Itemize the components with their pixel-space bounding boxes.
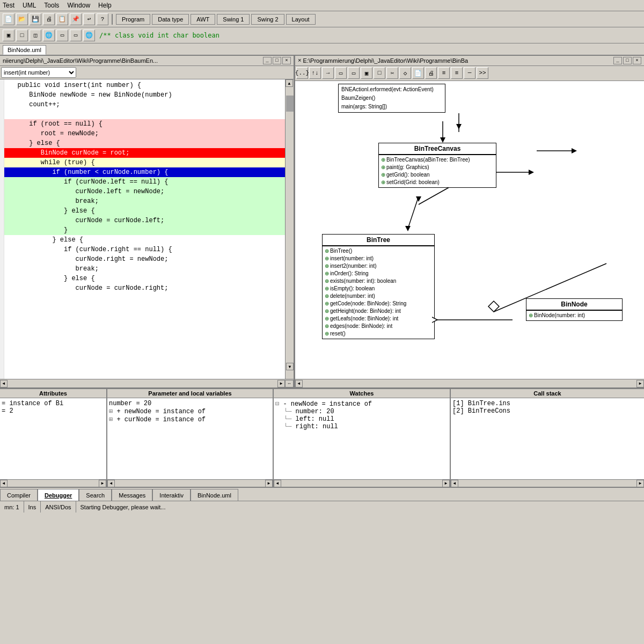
paste-icon[interactable]: 📌 xyxy=(70,13,82,25)
uml-tb7[interactable]: □ xyxy=(374,67,385,79)
toolbar2-btn3[interactable]: ◫ xyxy=(30,30,41,41)
uml-top-method-2: BaumZeigen() xyxy=(341,94,442,103)
uml-tb12[interactable]: ≡ xyxy=(438,67,450,79)
bt-m9: getLeafs(node: BinNode): int xyxy=(330,315,398,323)
menu-uml[interactable]: UML xyxy=(23,2,36,9)
tab-compiler[interactable]: Compiler xyxy=(0,489,38,501)
uml-tb6[interactable]: ▣ xyxy=(361,67,372,79)
bt-m10: edges(node: BinNode): int xyxy=(330,323,392,330)
code-line: public void insert(int number) { xyxy=(4,80,285,90)
minimize-btn[interactable]: _ xyxy=(263,57,272,64)
uml-min-btn[interactable]: _ xyxy=(613,57,622,64)
uml-tb11[interactable]: 🖨 xyxy=(425,67,437,79)
tab-datatype[interactable]: Data type xyxy=(152,14,189,25)
comment-text: /** class void int char boolean xyxy=(99,32,219,39)
tab-swing1[interactable]: Swing 1 xyxy=(217,14,250,25)
uml-hscroll[interactable]: ◄ ► xyxy=(295,379,644,387)
uml-tb4[interactable]: ▭ xyxy=(335,67,347,79)
btc-m3: setGrid(Grid: boolean) xyxy=(386,179,440,186)
menu-help[interactable]: Help xyxy=(98,2,112,9)
tab-interaktiv[interactable]: Interaktiv xyxy=(152,489,191,501)
uml-tb2[interactable]: ↑↓ xyxy=(309,67,321,79)
tab-debugger[interactable]: Debugger xyxy=(38,489,79,501)
print-icon[interactable]: 🖨 xyxy=(43,13,55,25)
menu-window[interactable]: Window xyxy=(67,2,90,9)
code-hscroll[interactable]: ◄ ► ↔ xyxy=(0,379,294,387)
callstack-scroll[interactable]: ◄ ► xyxy=(451,479,644,487)
filetab-binnode[interactable]: BinNode.uml xyxy=(3,45,46,55)
menu-test[interactable]: Test xyxy=(3,2,14,9)
bt-m11: reset() xyxy=(330,330,346,338)
tab-layout[interactable]: Layout xyxy=(286,14,316,25)
bottom-area: Attributes = instance of Bi = 2 ◄ ► Para… xyxy=(0,387,644,487)
tab-binnode-uml[interactable]: BinNode.uml xyxy=(191,489,238,501)
params-scroll[interactable]: ◄ ► xyxy=(107,479,273,487)
uml-tb15[interactable]: >> xyxy=(477,67,488,79)
toolbar2-btn1[interactable]: ▣ xyxy=(3,30,14,41)
menu-tools[interactable]: Tools xyxy=(44,2,59,9)
code-line: } else { xyxy=(4,138,285,148)
callstack-content: [1] BinTree.ins [2] BinTreeCons xyxy=(451,398,644,479)
tab-program[interactable]: Program xyxy=(116,14,150,25)
code-line: } xyxy=(4,225,285,235)
save-icon[interactable]: 💾 xyxy=(30,13,41,25)
maximize-btn[interactable]: □ xyxy=(273,57,281,64)
help-icon[interactable]: ? xyxy=(97,13,108,25)
uml-max-btn[interactable]: □ xyxy=(623,57,632,64)
code-line: root = newNode; xyxy=(4,129,285,138)
undo-icon[interactable]: ↩ xyxy=(83,13,95,25)
uml-close-btn[interactable]: × xyxy=(633,57,641,64)
toolbar2-btn4[interactable]: 🌐 xyxy=(43,30,55,41)
uml-box-bintree[interactable]: BinTree ⊕BinTree() ⊕insert(number: int) … xyxy=(322,234,435,339)
line-gutter xyxy=(0,79,4,379)
code-line: BinNode curNode = root; xyxy=(4,148,285,158)
code-line: } else { xyxy=(4,206,285,216)
watch-collapse[interactable]: ⊟ xyxy=(275,400,283,408)
close-btn[interactable]: × xyxy=(282,57,291,64)
param-expand2[interactable]: ⊞ xyxy=(109,416,116,423)
toolbar2-btn6[interactable]: ▭ xyxy=(70,30,82,41)
copy-icon[interactable]: 📋 xyxy=(56,13,68,25)
tab-awt[interactable]: AWT xyxy=(191,14,215,25)
attributes-content: = instance of Bi = 2 xyxy=(0,398,106,479)
bintree-methods: ⊕BinTree() ⊕insert(number: int) ⊕insert2… xyxy=(323,246,434,339)
uml-tb8[interactable]: ✂ xyxy=(386,67,398,79)
tab-search[interactable]: Search xyxy=(79,489,112,501)
attr-line0: = instance of Bi xyxy=(2,400,105,407)
uml-tb5[interactable]: ▭ xyxy=(348,67,360,79)
uml-close-x[interactable]: × xyxy=(298,57,302,64)
uml-tb3[interactable]: → xyxy=(322,67,334,79)
code-lines[interactable]: public void insert(int number) { BinNode… xyxy=(4,79,285,379)
code-line: curNode = curNode.left; xyxy=(4,216,285,225)
toolbar2-btn2[interactable]: □ xyxy=(16,30,28,41)
watch-line0: ⊟ - newNode = instance of xyxy=(275,400,448,408)
uml-tb13[interactable]: ≡ xyxy=(451,67,463,79)
uml-box-bintreecanvas[interactable]: BinTreeCanvas ⊕BinTreeCanvas(aBinTree: B… xyxy=(378,143,496,188)
scrollbar-vertical[interactable]: ▲ ▼ xyxy=(285,79,294,379)
uml-tb10[interactable]: 📄 xyxy=(412,67,424,79)
arrow-canvas-to-tree xyxy=(402,196,429,237)
uml-box-binnode[interactable]: BinNode ⊕BinNode(number: int) xyxy=(526,298,623,321)
param-expand1[interactable]: ⊞ xyxy=(109,408,116,415)
uml-tb14[interactable]: ─ xyxy=(464,67,475,79)
toolbar2-btn5[interactable]: ▭ xyxy=(56,30,68,41)
new-icon[interactable]: 📄 xyxy=(3,13,14,25)
code-line: curNode = curNode.right; xyxy=(4,283,285,293)
code-line: break; xyxy=(4,264,285,274)
menubar: Test UML Tools Window Help xyxy=(0,0,644,11)
uml-content[interactable]: BNEActionl.erformed(evt: ActionEvent) Ba… xyxy=(295,81,644,379)
code-line: BinNode newNode = new BinNode(number) xyxy=(4,90,285,100)
tab-swing2[interactable]: Swing 2 xyxy=(251,14,284,25)
attributes-scroll[interactable]: ◄ ► xyxy=(0,479,106,487)
watch-line1: └─ number: 20 xyxy=(275,408,448,415)
toolbar2-btn7[interactable]: 🌐 xyxy=(83,30,95,41)
open-icon[interactable]: 📂 xyxy=(16,13,28,25)
uml-tb9[interactable]: ◇ xyxy=(399,67,411,79)
toolbar2: ▣ □ ◫ 🌐 ▭ ▭ 🌐 /** class void int char bo… xyxy=(0,27,644,43)
callstack-title: Call stack xyxy=(451,389,644,398)
tab-messages[interactable]: Messages xyxy=(112,489,152,501)
watches-scroll[interactable]: ◄ ► xyxy=(274,479,450,487)
method-dropdown[interactable]: insert(int number) xyxy=(1,67,76,78)
uml-tb1[interactable]: {..} xyxy=(296,67,308,79)
toolbar1: 📄 📂 💾 🖨 📋 📌 ↩ ? Program Data type AWT Sw… xyxy=(0,11,644,27)
